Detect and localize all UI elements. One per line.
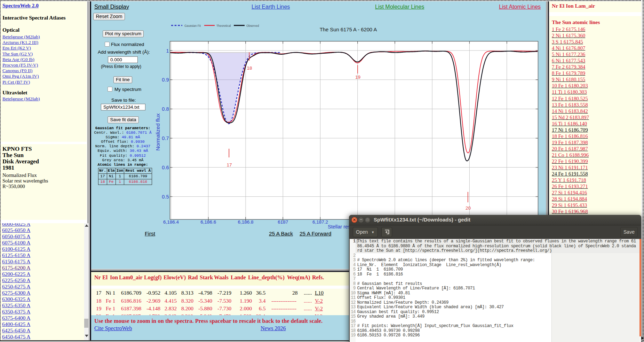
svg-text:Observed: Observed: [246, 24, 259, 28]
svg-text:0.6: 0.6: [162, 165, 169, 170]
svg-text:20: 20: [466, 205, 471, 211]
svg-text:6187: 6187: [278, 219, 288, 225]
svg-text:0.8: 0.8: [162, 106, 169, 112]
svg-text:6,186.6: 6,186.6: [200, 219, 216, 225]
svg-text:Normalized flux: Normalized flux: [155, 113, 161, 150]
svg-text:0.5: 0.5: [162, 194, 169, 200]
svg-text:0.7: 0.7: [162, 135, 169, 141]
svg-text:0.9: 0.9: [162, 77, 169, 83]
svg-text:1: 1: [166, 48, 169, 54]
svg-text:6,186.4: 6,186.4: [163, 219, 179, 225]
svg-text:6,187.2: 6,187.2: [312, 219, 328, 225]
svg-text:Theoretical: Theoretical: [216, 24, 231, 28]
svg-text:Gaussian Fit: Gaussian Fit: [184, 24, 201, 28]
svg-text:The Sun 6175 A - 6200 A: The Sun 6175 A - 6200 A: [320, 27, 377, 32]
svg-text:18: 18: [247, 65, 252, 71]
svg-text:6,186.8: 6,186.8: [238, 219, 253, 225]
svg-text:17: 17: [227, 162, 232, 168]
svg-text:19: 19: [355, 75, 360, 80]
